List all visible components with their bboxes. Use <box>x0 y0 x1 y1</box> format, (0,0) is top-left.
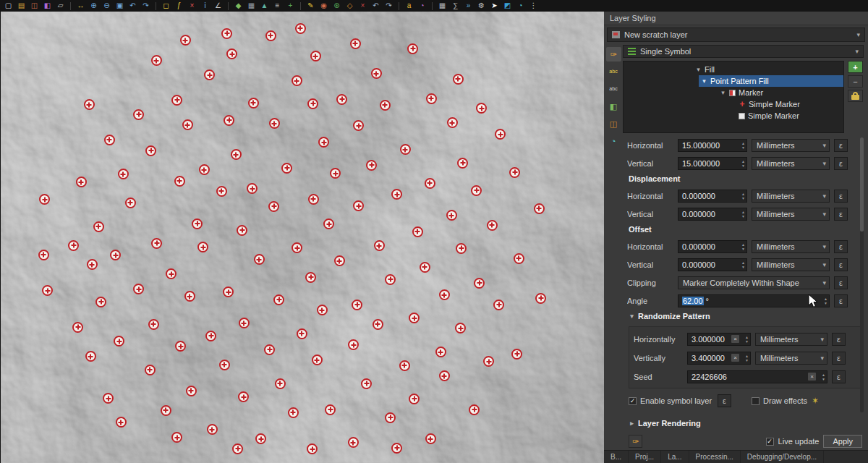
clipping-select[interactable]: Marker Completely Within Shape ▾ <box>678 276 830 289</box>
add-symbol-layer-button[interactable]: + <box>848 61 863 73</box>
add-delimited-text-icon[interactable]: ≡ <box>272 1 283 11</box>
data-defined-override-button[interactable]: ε <box>832 333 846 346</box>
live-update-checkbox[interactable]: ✓ <box>766 438 774 446</box>
select-features-icon[interactable]: ◻ <box>161 1 171 11</box>
tab-project[interactable]: Proj... <box>629 451 661 463</box>
draw-effects-checkbox[interactable] <box>752 397 760 405</box>
tree-item-marker[interactable]: ▾ Marker <box>718 87 843 98</box>
data-defined-override-button[interactable]: ε <box>834 258 848 271</box>
tab-browser[interactable]: B... <box>604 451 629 463</box>
toggle-editing-icon[interactable]: ✎ <box>305 1 316 11</box>
tree-item-fill[interactable]: ▾ Fill <box>693 64 843 75</box>
clear-value-icon[interactable]: × <box>808 373 816 381</box>
style-manager-icon[interactable]: ◧ <box>42 1 53 11</box>
data-defined-override-button[interactable]: ε <box>834 208 848 221</box>
temporal-controller-icon[interactable]: ◔ <box>515 1 526 11</box>
symbol-type-select[interactable]: Single Symbol ▾ <box>623 45 864 58</box>
offset-horizontal-unit-select[interactable]: Millimeters ▾ <box>752 240 830 253</box>
zoom-last-icon[interactable]: ↶ <box>127 1 138 11</box>
field-calculator-icon[interactable]: ∑ <box>450 1 461 11</box>
expand-icon[interactable]: ▾ <box>701 77 707 85</box>
displacement-horizontal-input[interactable]: 0.000000 ▲▼ <box>678 190 747 203</box>
data-defined-override-button[interactable]: ε <box>834 139 848 152</box>
undo-icon[interactable]: ↶ <box>370 1 381 11</box>
zoom-out-icon[interactable]: ⊖ <box>101 1 112 11</box>
data-defined-override-button[interactable]: ε <box>834 240 848 253</box>
spinner-arrows[interactable]: ▲▼ <box>824 297 827 305</box>
deselect-features-icon[interactable]: × <box>187 1 197 11</box>
spinner-arrows[interactable]: ▲▼ <box>741 210 745 218</box>
spinner-arrows[interactable]: ▲▼ <box>745 335 749 344</box>
print-layout-icon[interactable]: ▱ <box>55 1 66 11</box>
zoom-in-icon[interactable]: ⊕ <box>88 1 99 11</box>
horizontal-spacing-input[interactable]: 15.000000 ▲▼ <box>678 139 747 152</box>
section-layer-rendering[interactable]: ▸ Layer Rendering <box>629 419 864 428</box>
randomize-horizontal-unit-select[interactable]: Millimeters ▾ <box>755 333 827 346</box>
data-defined-override-button[interactable]: ε <box>832 352 846 365</box>
expand-icon[interactable]: ▾ <box>695 66 702 73</box>
collapse-icon[interactable]: ▸ <box>629 420 635 427</box>
properties-scrollbar[interactable] <box>860 137 864 412</box>
layer-diagram-icon[interactable]: ◔ <box>417 1 427 11</box>
add-vector-layer-icon[interactable]: ◆ <box>233 1 244 11</box>
styling-tab-history[interactable]: ◔ <box>606 134 621 148</box>
angle-input[interactable]: 62.00 ° ▲▼ <box>678 294 830 307</box>
vertical-spacing-input[interactable]: 15.000000 ▲▼ <box>678 157 747 170</box>
options-menu-icon[interactable]: ⋮ <box>528 1 539 11</box>
data-defined-override-button[interactable]: ε <box>834 276 848 289</box>
displacement-vertical-unit-select[interactable]: Millimeters ▾ <box>752 208 830 221</box>
layer-selector[interactable]: New scratch layer ▾ <box>607 27 865 42</box>
randomize-seed-input[interactable]: 22426606 × ▲▼ <box>687 370 827 383</box>
tree-item-point-pattern-fill[interactable]: ▾ Point Pattern Fill <box>699 75 843 87</box>
project-save-icon[interactable]: ◫ <box>29 1 40 11</box>
displacement-horizontal-unit-select[interactable]: Millimeters ▾ <box>752 190 830 203</box>
styling-tab-diagrams[interactable]: ◫ <box>606 116 621 131</box>
add-feature-icon[interactable]: ⊛ <box>331 1 342 11</box>
spinner-arrows[interactable]: ▲▼ <box>741 242 745 251</box>
pan-map-icon[interactable]: ↔ <box>75 1 86 11</box>
add-mesh-layer-icon[interactable]: ▲ <box>259 1 270 11</box>
processing-toolbox-icon[interactable]: ⚙ <box>476 1 487 11</box>
spinner-arrows[interactable]: ▲▼ <box>741 159 745 168</box>
section-randomize-pattern[interactable]: ▾ Randomize Pattern <box>629 312 864 320</box>
styling-tab-labels[interactable]: abc <box>606 64 621 79</box>
displacement-vertical-input[interactable]: 0.000000 ▲▼ <box>678 208 747 221</box>
collapse-icon[interactable]: ▾ <box>629 313 635 320</box>
select-by-expression-icon[interactable]: ƒ <box>174 1 184 11</box>
data-defined-override-button[interactable]: ε <box>834 294 848 307</box>
tree-item-simple-marker-2[interactable]: Simple Marker <box>736 110 843 122</box>
clear-value-icon[interactable]: × <box>731 335 739 343</box>
vertical-unit-select[interactable]: Millimeters ▾ <box>752 157 830 170</box>
randomize-horizontal-input[interactable]: 3.000000 × ▲▼ <box>687 333 751 346</box>
identify-features-icon[interactable]: i <box>200 1 210 11</box>
horizontal-unit-select[interactable]: Millimeters ▾ <box>752 139 830 152</box>
remove-symbol-layer-button[interactable]: − <box>848 75 863 88</box>
measure-line-icon[interactable]: ∠ <box>213 1 224 11</box>
pointer-icon[interactable]: ➤ <box>489 1 500 11</box>
tab-processing[interactable]: Processin... <box>689 451 741 463</box>
vertex-tool-icon[interactable]: ◇ <box>344 1 355 11</box>
data-defined-override-button[interactable]: ε <box>834 190 848 203</box>
styling-tab-symbology[interactable]: ✑ <box>606 47 621 61</box>
draw-effects-star-button[interactable]: ✶ <box>812 396 819 406</box>
data-defined-override-button[interactable]: ε <box>834 157 848 170</box>
spinner-arrows[interactable]: ▲▼ <box>741 260 745 269</box>
clear-value-icon[interactable]: × <box>731 354 739 362</box>
lock-symbol-layer-button[interactable] <box>848 90 863 102</box>
style-options-button[interactable]: ✑ <box>629 435 642 448</box>
zoom-full-icon[interactable]: ▣ <box>114 1 125 11</box>
offset-horizontal-input[interactable]: 0.000000 ▲▼ <box>678 240 747 253</box>
delete-selected-icon[interactable]: × <box>357 1 368 11</box>
tree-item-simple-marker-1[interactable]: + Simple Marker <box>736 98 843 110</box>
randomize-vertical-input[interactable]: 3.400000 × ▲▼ <box>687 352 751 365</box>
data-defined-override-button[interactable]: ε <box>718 394 731 407</box>
spinner-arrows[interactable]: ▲▼ <box>745 354 749 362</box>
randomize-vertical-unit-select[interactable]: Millimeters ▾ <box>755 352 827 365</box>
tab-debugging[interactable]: Debugging/Develop... <box>741 451 824 463</box>
plugin-manager-icon[interactable]: ◩ <box>502 1 513 11</box>
apply-button[interactable]: Apply <box>823 435 862 448</box>
python-console-icon[interactable]: » <box>463 1 474 11</box>
spinner-arrows[interactable]: ▲▼ <box>741 141 745 150</box>
zoom-next-icon[interactable]: ↷ <box>140 1 151 11</box>
add-raster-layer-icon[interactable]: ▦ <box>246 1 257 11</box>
